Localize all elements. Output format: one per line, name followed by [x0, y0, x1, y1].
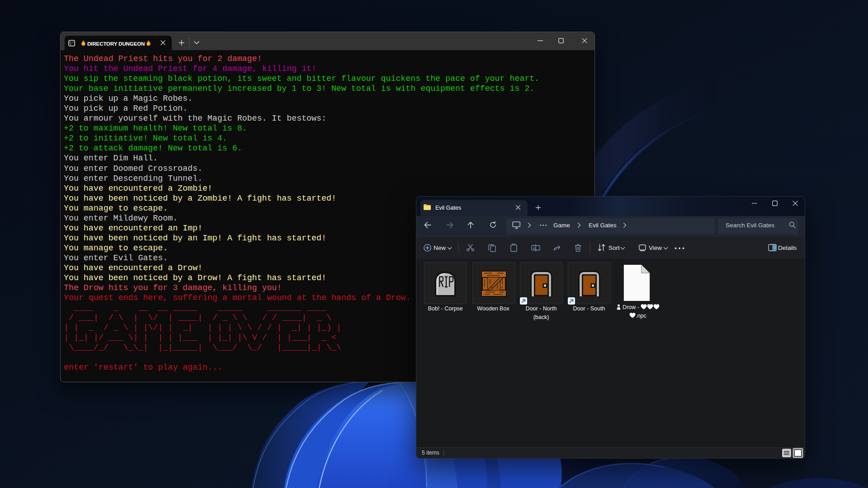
svg-text:A: A [533, 246, 535, 250]
svg-text:C:\: C:\ [70, 41, 75, 44]
